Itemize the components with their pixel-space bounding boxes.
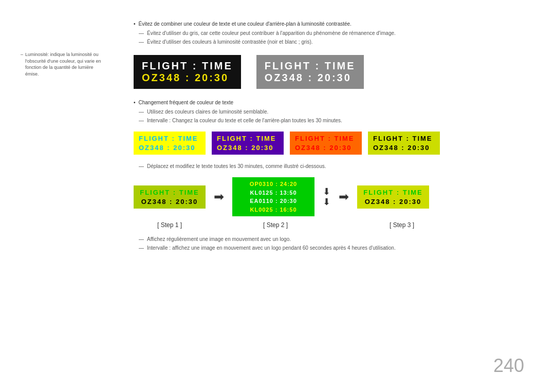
box-cyan-row1: FLIGHT : TIME xyxy=(139,135,200,142)
sidebar: Luminosité: indique la luminosité ou l'o… xyxy=(21,51,103,77)
page-container: Luminosité: indique la luminosité ou l'o… xyxy=(0,0,555,392)
step1-area: FLIGHT : TIME OZ348 : 20:30 xyxy=(134,185,206,209)
dash-item-2: Évitez d'utiliser des couleurs à luminos… xyxy=(139,39,504,46)
flight-box-orange: FLIGHT : TIME OZ348 : 20:30 xyxy=(290,132,362,155)
bullet-item-1: • Évitez de combiner une couleur de text… xyxy=(134,21,504,28)
bullet-dot: • xyxy=(134,21,136,28)
top-bullet-list: • Évitez de combiner une couleur de text… xyxy=(134,21,504,46)
box-lime-row1: FLIGHT : TIME xyxy=(373,135,435,142)
box-purple-row1: FLIGHT : TIME xyxy=(217,135,279,142)
arrow-down-1: ⬇ xyxy=(323,187,330,196)
step-labels: [ Step 1 ] [ Step 2 ] [ Step 3 ] xyxy=(134,221,504,229)
page-number: 240 xyxy=(493,355,524,377)
step1-label: [ Step 1 ] xyxy=(134,221,206,229)
flight-box-lime: FLIGHT : TIME OZ348 : 20:30 xyxy=(368,132,440,155)
step2-label-area: [ Step 2 ] xyxy=(234,221,317,229)
steps-section: FLIGHT : TIME OZ348 : 20:30 ➡ OP0310 : 2… xyxy=(134,177,504,229)
flight-box-gray-row2: OZ348 : 20:30 xyxy=(265,72,356,84)
step3-row1: FLIGHT : TIME xyxy=(362,189,424,196)
footer-dash-1: Affichez régulièrement une image en mouv… xyxy=(139,236,504,243)
box-cyan-row2: OZ348 : 20:30 xyxy=(139,144,200,152)
step3-row2: OZ348 : 20:30 xyxy=(362,198,424,206)
box-purple-row2: OZ348 : 20:30 xyxy=(217,144,279,152)
step2-area: OP0310 : 24:20 KL0125 : 13:50 EA0110 : 2… xyxy=(232,177,314,216)
change-dash-1: Utilisez des couleurs claires de luminos… xyxy=(139,108,504,116)
move-note: Déplacez et modifiez le texte toutes les… xyxy=(139,163,504,170)
footer-dash-2: Intervalle : affichez une image en mouve… xyxy=(139,245,504,252)
box-orange-row1: FLIGHT : TIME xyxy=(295,135,357,142)
change-dash-2: Intervalle : Changez la couleur du texte… xyxy=(139,117,504,124)
step1-row2: OZ348 : 20:30 xyxy=(139,198,200,206)
change-section: • Changement fréquent de couleur de text… xyxy=(134,99,504,124)
step3-box: FLIGHT : TIME OZ348 : 20:30 xyxy=(357,185,429,209)
arrow-down-2: ⬇ xyxy=(323,197,330,207)
flight-box-gray-row1: FLIGHT : TIME xyxy=(265,60,356,72)
arrow-right-2: ➡ xyxy=(339,190,349,204)
sidebar-brightness-note: Luminosité: indique la luminosité ou l'o… xyxy=(21,51,103,77)
footer-notes: Affichez régulièrement une image en mouv… xyxy=(134,236,504,252)
box-lime-row2: OZ348 : 20:30 xyxy=(373,144,435,152)
dash-item-1: Évitez d'utiliser du gris, car cette cou… xyxy=(139,30,504,37)
steps-row: FLIGHT : TIME OZ348 : 20:30 ➡ OP0310 : 2… xyxy=(134,177,504,216)
step2-line1: OP0310 : 24:20 xyxy=(237,180,309,189)
flight-box-black-row1: FLIGHT : TIME xyxy=(142,60,233,72)
step2-line3: EA0110 : 20:30 xyxy=(237,197,309,206)
box-orange-row2: OZ348 : 20:30 xyxy=(295,144,357,152)
step2-box: OP0310 : 24:20 KL0125 : 13:50 EA0110 : 2… xyxy=(232,177,314,216)
colored-boxes-row: FLIGHT : TIME OZ348 : 20:30 FLIGHT : TIM… xyxy=(134,132,504,155)
main-content: • Évitez de combiner une couleur de text… xyxy=(134,21,504,252)
step1-label-area: [ Step 1 ] xyxy=(134,221,206,229)
flight-box-purple: FLIGHT : TIME OZ348 : 20:30 xyxy=(212,132,284,155)
flight-box-gray: FLIGHT : TIME OZ348 : 20:30 xyxy=(256,55,364,89)
step2-label: [ Step 2 ] xyxy=(234,221,317,229)
step1-box: FLIGHT : TIME OZ348 : 20:30 xyxy=(134,185,206,209)
change-bullet: • Changement fréquent de couleur de text… xyxy=(134,99,504,106)
flight-box-black-row2: OZ348 : 20:30 xyxy=(142,72,233,84)
step3-label-area: [ Step 3 ] xyxy=(366,221,438,229)
step1-row1: FLIGHT : TIME xyxy=(139,189,200,196)
step3-area: FLIGHT : TIME OZ348 : 20:30 xyxy=(357,185,429,209)
arrow-right-1: ➡ xyxy=(214,190,224,204)
step2-line2: KL0125 : 13:50 xyxy=(237,189,309,197)
flight-box-cyan: FLIGHT : TIME OZ348 : 20:30 xyxy=(134,132,206,155)
step2-line4: KL0025 : 16:50 xyxy=(237,206,309,214)
flight-box-black: FLIGHT : TIME OZ348 : 20:30 xyxy=(134,55,241,89)
large-boxes-section: FLIGHT : TIME OZ348 : 20:30 FLIGHT : TIM… xyxy=(134,55,504,89)
step3-label: [ Step 3 ] xyxy=(366,221,438,229)
arrow-down-group: ⬇ ⬇ xyxy=(323,187,330,207)
